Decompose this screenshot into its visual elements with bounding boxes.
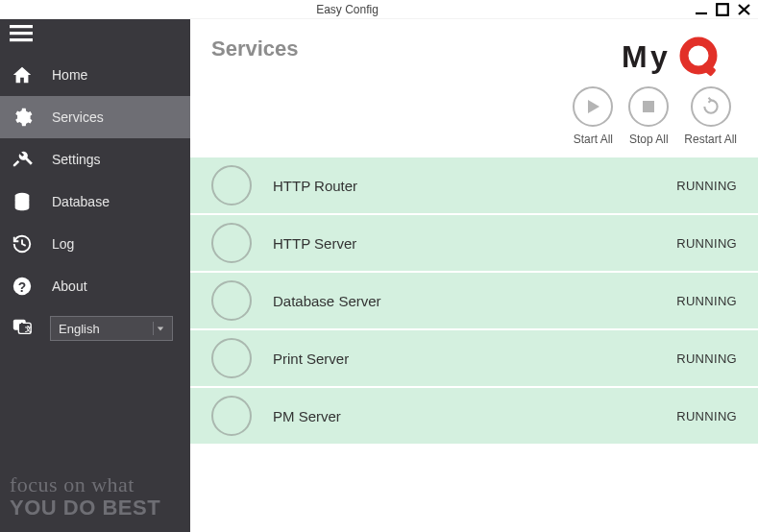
- service-status: RUNNING: [676, 179, 737, 193]
- tagline-line2: YOU DO BEST: [10, 497, 181, 519]
- sidebar-item-label: Log: [52, 236, 74, 252]
- service-status: RUNNING: [676, 236, 737, 251]
- sidebar-item-label: Database: [52, 194, 110, 209]
- service-name: PM Server: [273, 408, 676, 424]
- titlebar: Easy Config: [0, 0, 758, 19]
- service-status: RUNNING: [676, 409, 737, 423]
- service-status: RUNNING: [676, 351, 737, 366]
- service-row: Print Server RUNNING: [190, 330, 758, 388]
- service-row: PM Server RUNNING: [190, 388, 758, 446]
- stop-icon: [628, 86, 669, 127]
- stop-service-button[interactable]: [211, 338, 252, 378]
- restart-all-button[interactable]: Restart All: [684, 86, 737, 146]
- window-controls: [695, 3, 758, 16]
- sidebar-item-label: Services: [52, 109, 104, 125]
- service-status: RUNNING: [676, 294, 737, 308]
- svg-rect-20: [643, 101, 654, 112]
- services-list: HTTP Router RUNNING HTTP Server RUNNING …: [190, 157, 758, 446]
- service-name: HTTP Server: [273, 235, 676, 252]
- service-name: Database Server: [273, 293, 676, 309]
- sidebar-item-label: About: [52, 278, 87, 294]
- stop-service-button[interactable]: [211, 165, 252, 206]
- sidebar-item-settings[interactable]: Settings: [0, 138, 190, 181]
- svg-text:M: M: [622, 39, 648, 74]
- restart-icon: [691, 86, 731, 127]
- history-icon: [12, 233, 33, 254]
- service-row: Database Server RUNNING: [190, 273, 758, 330]
- stop-service-button[interactable]: [211, 396, 252, 436]
- service-row: HTTP Server RUNNING: [190, 215, 758, 273]
- close-button[interactable]: [737, 3, 752, 16]
- bulk-actions: Start All Stop All Restart All: [190, 86, 758, 157]
- service-row: HTTP Router RUNNING: [190, 157, 758, 215]
- stop-all-button[interactable]: Stop All: [628, 86, 669, 146]
- sidebar: Home Services Settings: [0, 19, 190, 532]
- svg-marker-14: [157, 326, 162, 330]
- service-name: HTTP Router: [273, 178, 676, 194]
- help-icon: ?: [12, 276, 33, 297]
- language-icon: A文: [12, 316, 33, 341]
- nav: Home Services Settings: [0, 54, 190, 350]
- database-icon: [12, 191, 33, 212]
- tools-icon: [12, 149, 33, 170]
- tagline: focus on what YOU DO BEST: [10, 474, 181, 519]
- page-title: Services: [211, 36, 299, 61]
- language-row: A文 English: [0, 307, 190, 350]
- sidebar-item-log[interactable]: Log: [0, 223, 190, 265]
- action-label: Restart All: [684, 133, 737, 146]
- start-all-button[interactable]: Start All: [573, 86, 613, 146]
- svg-rect-5: [10, 32, 33, 35]
- stop-service-button[interactable]: [211, 280, 252, 321]
- svg-rect-4: [10, 25, 33, 28]
- tagline-line1: focus on what: [10, 474, 181, 496]
- svg-rect-6: [10, 38, 33, 41]
- main: Services M y: [190, 19, 758, 532]
- sidebar-item-services[interactable]: Services: [0, 96, 190, 138]
- sidebar-item-label: Home: [52, 67, 87, 83]
- home-icon: [12, 64, 33, 85]
- language-selected: English: [59, 322, 100, 336]
- action-label: Start All: [574, 133, 613, 146]
- play-icon: [573, 86, 613, 127]
- svg-text:y: y: [650, 39, 668, 74]
- sidebar-item-home[interactable]: Home: [0, 54, 190, 96]
- brand-logo: M y: [622, 36, 737, 79]
- chevron-down-icon: [153, 322, 166, 335]
- minimize-button[interactable]: [695, 3, 710, 16]
- svg-marker-19: [588, 100, 599, 113]
- hamburger-icon: [10, 24, 33, 43]
- language-select[interactable]: English: [50, 316, 173, 341]
- stop-service-button[interactable]: [211, 223, 252, 263]
- action-label: Stop All: [629, 133, 669, 146]
- body: Home Services Settings: [0, 19, 758, 532]
- gear-icon: [12, 107, 33, 128]
- window-title: Easy Config: [0, 3, 695, 16]
- window: Easy Config: [0, 0, 758, 532]
- header: Services M y: [190, 19, 758, 86]
- sidebar-item-about[interactable]: ? About: [0, 265, 190, 307]
- maximize-button[interactable]: [716, 3, 731, 16]
- svg-text:文: 文: [24, 325, 32, 333]
- sidebar-item-label: Settings: [52, 152, 101, 167]
- svg-text:?: ?: [18, 280, 26, 295]
- svg-rect-1: [717, 4, 728, 15]
- service-name: Print Server: [273, 351, 676, 367]
- menu-toggle-button[interactable]: [0, 19, 190, 48]
- sidebar-item-database[interactable]: Database: [0, 181, 190, 223]
